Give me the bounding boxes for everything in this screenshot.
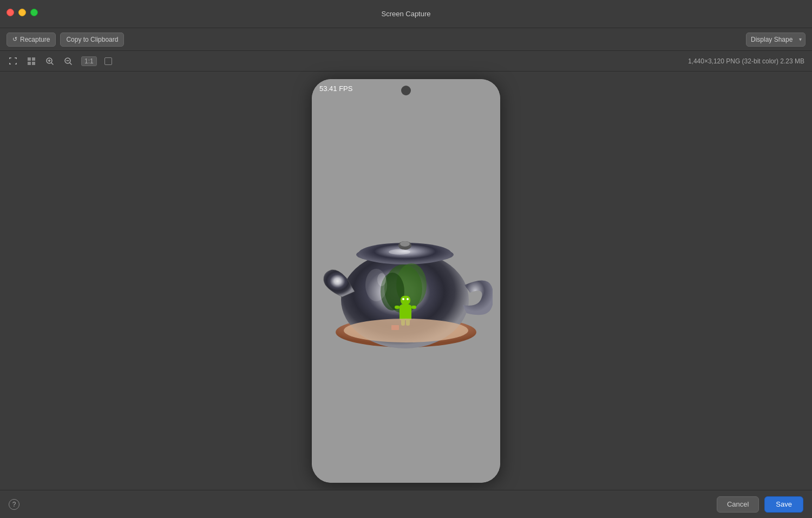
close-button[interactable] xyxy=(6,9,14,16)
window-title: Screen Capture xyxy=(381,10,430,18)
toolbar: ↺ Recapture Copy to Clipboard Display Sh… xyxy=(0,28,812,51)
phone-frame: 53.41 FPS xyxy=(312,79,500,483)
toolbar-right: Display Shape Phone Tablet Desktop xyxy=(746,33,806,47)
zoom-level: 1:1 xyxy=(81,56,97,66)
help-icon: ? xyxy=(12,501,16,508)
maximize-button[interactable] xyxy=(30,9,38,16)
zoom-in-icon xyxy=(45,57,54,66)
svg-point-7 xyxy=(400,241,410,247)
grid-icon xyxy=(27,57,36,66)
zoom-out-button[interactable] xyxy=(63,56,74,67)
zoom-out-icon xyxy=(64,57,73,66)
recapture-label: Recapture xyxy=(20,36,50,43)
image-info: 1,440×3,120 PNG (32-bit color) 2.23 MB xyxy=(688,57,804,65)
grid-button[interactable] xyxy=(26,56,37,67)
svg-point-14 xyxy=(402,298,404,300)
minimize-button[interactable] xyxy=(18,9,26,16)
svg-point-22 xyxy=(377,273,386,286)
fps-overlay: 53.41 FPS xyxy=(319,85,352,93)
fit-screen-icon xyxy=(9,57,17,66)
zoom-in-button[interactable] xyxy=(44,56,55,67)
svg-rect-16 xyxy=(395,306,400,309)
svg-point-24 xyxy=(344,319,468,342)
svg-point-15 xyxy=(407,298,409,300)
camera-notch xyxy=(401,86,411,95)
help-button[interactable]: ? xyxy=(9,499,19,510)
title-bar: Screen Capture xyxy=(0,0,812,28)
copy-clipboard-button[interactable]: Copy to Clipboard xyxy=(60,33,124,47)
save-button[interactable]: Save xyxy=(764,496,803,513)
bottom-right-buttons: Cancel Save xyxy=(717,496,803,513)
bottom-bar: ? Cancel Save xyxy=(0,490,812,518)
svg-rect-17 xyxy=(411,306,416,309)
display-shape-select[interactable]: Display Shape Phone Tablet Desktop xyxy=(746,33,806,47)
copy-label: Copy to Clipboard xyxy=(66,36,118,43)
teapot-area xyxy=(319,205,493,357)
recapture-icon: ↺ xyxy=(12,36,17,43)
display-shape-wrapper[interactable]: Display Shape Phone Tablet Desktop xyxy=(746,33,806,47)
traffic-lights xyxy=(6,9,38,16)
svg-point-23 xyxy=(389,249,410,255)
content-area: 53.41 FPS xyxy=(0,72,812,490)
cancel-button[interactable]: Cancel xyxy=(717,496,759,513)
recapture-button[interactable]: ↺ Recapture xyxy=(6,33,56,47)
svg-rect-13 xyxy=(401,296,410,305)
fit-screen-button[interactable] xyxy=(8,56,18,67)
svg-rect-12 xyxy=(400,304,411,313)
teapot-svg xyxy=(319,205,493,357)
phone-screen: 53.41 FPS xyxy=(312,79,500,483)
checkbox-option[interactable] xyxy=(104,57,112,65)
toolbar2: 1:1 1,440×3,120 PNG (32-bit color) 2.23 … xyxy=(0,51,812,72)
